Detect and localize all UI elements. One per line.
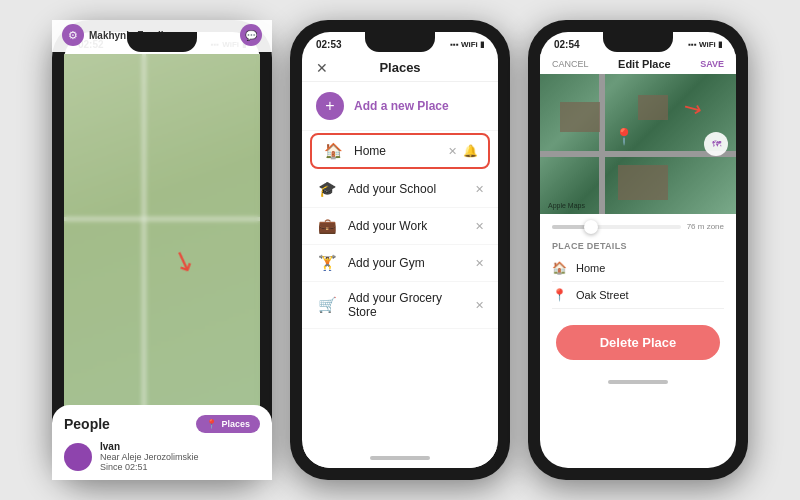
home-icon: 🏠 bbox=[322, 142, 344, 160]
avatar bbox=[64, 443, 92, 469]
home-detail-icon: 🏠 bbox=[552, 261, 568, 275]
place-gym-row[interactable]: 🏋 Add your Gym ✕ bbox=[302, 245, 498, 282]
building-3 bbox=[618, 165, 668, 200]
gym-name: Add your Gym bbox=[348, 256, 465, 270]
phone1-bottom-panel: People 📍 Places Ivan Near Aleje Jerozoli… bbox=[64, 405, 260, 468]
place-school-row[interactable]: 🎓 Add your School ✕ bbox=[302, 171, 498, 208]
work-name: Add your Work bbox=[348, 219, 465, 233]
home-close-icon[interactable]: ✕ bbox=[448, 145, 457, 158]
message-icon[interactable]: 💬 bbox=[240, 32, 260, 46]
person-row: Ivan Near Aleje Jerozolimskie Since 02:5… bbox=[64, 441, 260, 468]
radius-bar: 76 m zone bbox=[540, 214, 736, 235]
school-icon: 🎓 bbox=[316, 180, 338, 198]
place-address-detail: Oak Street bbox=[576, 289, 629, 301]
map-pin: 📍 bbox=[614, 127, 634, 146]
grocery-icon: 🛒 bbox=[316, 296, 338, 314]
location-detail-icon: 📍 bbox=[552, 288, 568, 302]
phone-1: 02:52 ▪▪▪ WiFi ▮ ⚙ Makhynia Family 💬 ↘ bbox=[52, 20, 272, 480]
people-row: People 📍 Places bbox=[64, 415, 260, 433]
grocery-close-icon[interactable]: ✕ bbox=[475, 299, 484, 312]
place-name-row: 🏠 Home bbox=[552, 255, 724, 282]
zone-indicator: 🗺 bbox=[704, 132, 728, 156]
time-2: 02:53 bbox=[316, 39, 342, 50]
school-close-icon[interactable]: ✕ bbox=[475, 183, 484, 196]
places-btn-label: Places bbox=[221, 419, 250, 429]
gym-icon: 🏋 bbox=[316, 254, 338, 272]
places-list: + Add a new Place 🏠 Home ✕ 🔔 🎓 Add your … bbox=[302, 82, 498, 448]
people-title: People bbox=[64, 416, 110, 432]
map-blur bbox=[64, 54, 260, 417]
add-circle-icon: + bbox=[316, 92, 344, 120]
work-icon: 💼 bbox=[316, 217, 338, 235]
radius-thumb[interactable] bbox=[584, 220, 598, 234]
notch-3 bbox=[603, 32, 673, 52]
places-button[interactable]: 📍 Places bbox=[196, 415, 260, 433]
add-place-label: Add a new Place bbox=[354, 99, 449, 113]
close-button[interactable]: ✕ bbox=[316, 60, 328, 76]
grocery-name: Add your Grocery Store bbox=[348, 291, 465, 319]
home-name: Home bbox=[354, 144, 438, 158]
person-location: Near Aleje Jerozolimskie bbox=[100, 452, 199, 462]
school-name: Add your School bbox=[348, 182, 465, 196]
person-info: Ivan Near Aleje Jerozolimskie Since 02:5… bbox=[100, 441, 199, 468]
delete-btn-wrap: Delete Place bbox=[540, 313, 736, 372]
aerial-road-v bbox=[599, 74, 605, 214]
aerial-arrow: ↘ bbox=[677, 92, 706, 124]
place-home-row[interactable]: 🏠 Home ✕ 🔔 bbox=[310, 133, 490, 169]
place-name-detail: Home bbox=[576, 262, 605, 274]
work-close-icon[interactable]: ✕ bbox=[475, 220, 484, 233]
section-label: Place details bbox=[552, 241, 724, 251]
aerial-map: 📍 ↘ Apple Maps 🗺 bbox=[540, 74, 736, 214]
home-bell-icon[interactable]: 🔔 bbox=[463, 144, 478, 158]
apple-maps-label: Apple Maps bbox=[548, 202, 585, 209]
cancel-button[interactable]: CANCEL bbox=[552, 59, 589, 69]
save-button[interactable]: SAVE bbox=[700, 59, 724, 69]
zone-label: 76 m zone bbox=[687, 222, 724, 231]
delete-place-button[interactable]: Delete Place bbox=[556, 325, 720, 360]
add-place-row[interactable]: + Add a new Place bbox=[302, 82, 498, 131]
radius-track[interactable] bbox=[552, 225, 681, 229]
edit-place-title: Edit Place bbox=[618, 58, 671, 70]
places-title: Places bbox=[379, 60, 420, 75]
place-address-row: 📍 Oak Street bbox=[552, 282, 724, 309]
person-name: Ivan bbox=[100, 441, 199, 452]
place-work-row[interactable]: 💼 Add your Work ✕ bbox=[302, 208, 498, 245]
phone-3: 02:54 ▪▪▪ WiFi ▮ CANCEL Edit Place SAVE … bbox=[528, 20, 748, 480]
building-2 bbox=[638, 95, 668, 120]
phone-2: 02:53 ▪▪▪ WiFi ▮ ✕ Places + Add a new Pl… bbox=[290, 20, 510, 480]
place-grocery-row[interactable]: 🛒 Add your Grocery Store ✕ bbox=[302, 282, 498, 329]
person-since: Since 02:51 bbox=[100, 462, 199, 468]
home-indicator-2 bbox=[302, 448, 498, 468]
notch-2 bbox=[365, 32, 435, 52]
gear-icon[interactable]: ⚙ bbox=[64, 32, 84, 46]
phone3-header: CANCEL Edit Place SAVE bbox=[540, 54, 736, 74]
building-1 bbox=[560, 102, 600, 132]
time-3: 02:54 bbox=[554, 39, 580, 50]
phone2-header: ✕ Places bbox=[302, 54, 498, 82]
notch bbox=[127, 32, 197, 52]
home-indicator-3 bbox=[540, 372, 736, 392]
place-details-section: Place details 🏠 Home 📍 Oak Street bbox=[540, 235, 736, 313]
gym-close-icon[interactable]: ✕ bbox=[475, 257, 484, 270]
